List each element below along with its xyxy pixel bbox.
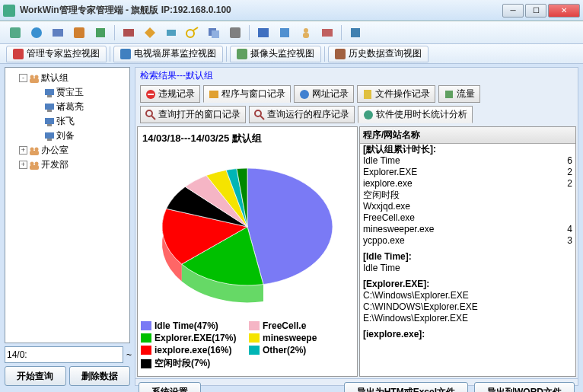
subtab-program-records[interactable]: 查询运行的程序记录 — [249, 106, 355, 123]
list-item[interactable]: C:\WINDOWS\Explorer.EXE — [360, 301, 575, 313]
tree-member[interactable]: 贾宝玉 — [7, 85, 128, 100]
svg-rect-36 — [30, 151, 39, 155]
subtab-url[interactable]: 网址记录 — [294, 85, 354, 103]
list-item[interactable]: 空闲时段 — [360, 190, 575, 201]
record-type-tabs: 违规记录 程序与窗口记录 网址记录 文件操作记录 流量 — [135, 84, 578, 104]
export-htm-excel-button[interactable]: 导出为HTM或Excel文件 — [344, 382, 468, 392]
tree-member[interactable]: 诸葛亮 — [7, 100, 128, 114]
toolbar-btn-15[interactable] — [318, 24, 336, 42]
svg-rect-12 — [230, 27, 241, 38]
tab-history-view[interactable]: 历史数据查询视图 — [328, 46, 428, 62]
tree-node-office[interactable]: +办公室 — [7, 143, 128, 158]
toolbar-btn-9[interactable] — [183, 24, 202, 42]
svg-rect-19 — [13, 49, 24, 59]
view-tabs: 管理专家监控视图 电视墙屏幕监控视图 摄像头监控视图 历史数据查询视图 — [0, 44, 583, 64]
list-section-title: [Idle Time]: — [360, 251, 575, 263]
svg-line-49 — [260, 116, 264, 120]
list-item[interactable]: Explorer.EXE2 — [360, 167, 575, 178]
list-item[interactable]: E:\Windows\Explorer.EXE — [360, 313, 575, 324]
tab-monitor-view[interactable]: 管理专家监控视图 — [6, 46, 107, 62]
svg-rect-31 — [47, 124, 52, 126]
svg-point-38 — [35, 161, 39, 165]
toolbar-btn-2[interactable] — [27, 24, 46, 42]
legend-item: minesweepe — [249, 333, 354, 343]
subtab-duration-stats[interactable]: 软件使用时长统计分析 — [358, 106, 473, 123]
toolbar-btn-4[interactable] — [70, 24, 88, 42]
list-section-title: [默认组累计时长]: — [360, 144, 575, 155]
list-section-title: [iexplore.exe]: — [360, 329, 575, 340]
list-item[interactable]: C:\Windows\Explorer.EXE — [360, 290, 575, 301]
svg-point-48 — [255, 110, 261, 116]
date-from-input[interactable] — [5, 346, 123, 363]
subtab-window-records[interactable]: 查询打开的窗口记录 — [140, 106, 246, 123]
tab-camera-view[interactable]: 摄像头监控视图 — [230, 46, 321, 62]
export-word-button[interactable]: 导出到WORD文件 — [474, 382, 575, 392]
list-item[interactable]: iexplore.exe2 — [360, 178, 575, 190]
subtab-program-window[interactable]: 程序与窗口记录 — [203, 85, 291, 103]
toolbar-btn-6[interactable] — [119, 24, 138, 42]
minimize-button[interactable] — [502, 4, 524, 18]
svg-rect-33 — [47, 139, 52, 141]
svg-rect-42 — [209, 91, 218, 98]
query-type-tabs: 查询打开的窗口记录 查询运行的程序记录 软件使用时长统计分析 — [135, 104, 578, 125]
svg-rect-7 — [167, 30, 176, 36]
svg-marker-6 — [145, 27, 155, 38]
svg-rect-27 — [47, 95, 52, 97]
svg-rect-17 — [322, 29, 333, 37]
toolbar-btn-3[interactable] — [49, 24, 67, 42]
svg-line-47 — [151, 116, 155, 120]
system-settings-button[interactable]: 系统设置 — [139, 382, 201, 392]
file-icon — [362, 89, 373, 100]
traffic-icon — [444, 89, 454, 100]
svg-rect-44 — [364, 90, 371, 99]
toolbar-btn-13[interactable] — [276, 24, 294, 42]
list-item[interactable]: minesweeper.exe4 — [360, 224, 575, 235]
maximize-button[interactable] — [525, 4, 546, 18]
toolbar-btn-10[interactable] — [205, 24, 223, 42]
svg-rect-22 — [335, 49, 346, 59]
subtab-violation[interactable]: 违规记录 — [140, 85, 200, 103]
list-item[interactable]: Idle Time — [360, 263, 575, 274]
tree-member[interactable]: 刘备 — [7, 129, 128, 143]
tree-node-dev[interactable]: +开发部 — [7, 158, 128, 172]
legend-item: Other(2%) — [249, 345, 354, 355]
toolbar-btn-16[interactable] — [346, 24, 365, 42]
stats-list[interactable]: 程序/网站名称 [默认组累计时长]:Idle Time6Explorer.EXE… — [359, 126, 576, 377]
toolbar-btn-11[interactable] — [226, 24, 244, 42]
window-icon — [209, 89, 219, 100]
group-tree[interactable]: -默认组 贾宝玉 诸葛亮 张飞 刘备 +办公室 +开发部 — [5, 67, 130, 343]
tree-node-root[interactable]: -默认组 — [7, 71, 128, 85]
list-item[interactable]: Idle Time6 — [360, 155, 575, 167]
search-result-label: 检索结果---默认组 — [135, 68, 578, 84]
list-item[interactable]: ycppo.exe3 — [360, 235, 575, 247]
legend-item: iexplore.exe(16%) — [141, 345, 246, 355]
pie-chart — [141, 147, 354, 317]
svg-rect-11 — [212, 30, 219, 38]
svg-point-46 — [146, 110, 152, 116]
toolbar-btn-7[interactable] — [141, 24, 159, 42]
tab-tvwall-view[interactable]: 电视墙屏幕监控视图 — [113, 46, 223, 62]
svg-rect-32 — [45, 132, 54, 139]
subtab-traffic[interactable]: 流量 — [438, 85, 480, 103]
list-item[interactable]: FreeCell.exe — [360, 212, 575, 224]
toolbar-btn-12[interactable] — [254, 24, 272, 42]
pie-legend: Idle Time(47%)FreeCell.eExplorer.EXE(17%… — [141, 317, 354, 373]
chart-icon — [363, 110, 374, 120]
toolbar-btn-1[interactable] — [6, 24, 24, 42]
delete-data-button[interactable]: 删除数据 — [69, 366, 131, 386]
close-button[interactable] — [548, 4, 580, 18]
toolbar-btn-5[interactable] — [91, 24, 110, 42]
tree-member[interactable]: 张飞 — [7, 114, 128, 129]
svg-rect-26 — [45, 89, 54, 95]
svg-rect-16 — [303, 33, 309, 38]
toolbar-btn-8[interactable] — [162, 24, 180, 42]
subtab-file-ops[interactable]: 文件操作记录 — [357, 85, 435, 103]
svg-point-15 — [304, 28, 308, 33]
list-item[interactable]: Wxxjqd.exe — [360, 201, 575, 212]
search-icon — [254, 110, 265, 120]
svg-point-1 — [31, 27, 42, 38]
toolbar-btn-14[interactable] — [297, 24, 315, 42]
svg-rect-3 — [74, 27, 84, 38]
start-query-button[interactable]: 开始查询 — [5, 366, 66, 386]
svg-rect-28 — [45, 104, 54, 110]
